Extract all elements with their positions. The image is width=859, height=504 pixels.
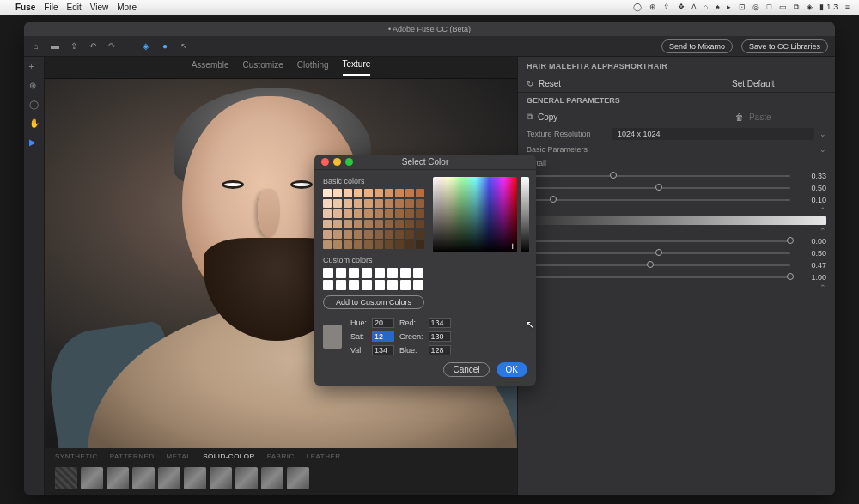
basic-color-swatch[interactable] bbox=[395, 189, 404, 197]
custom-color-slot[interactable] bbox=[362, 268, 372, 278]
custom-color-slot[interactable] bbox=[323, 268, 333, 278]
dialog-titlebar[interactable]: Select Color bbox=[314, 155, 536, 170]
basic-color-swatch[interactable] bbox=[405, 240, 414, 249]
slider-thumb[interactable] bbox=[655, 184, 662, 191]
blue-input[interactable] bbox=[429, 345, 451, 355]
basic-color-swatch[interactable] bbox=[385, 199, 393, 208]
sphere-icon[interactable]: ● bbox=[160, 41, 170, 52]
param-slider[interactable]: 0.50 bbox=[518, 247, 835, 259]
basic-color-swatch[interactable] bbox=[395, 240, 404, 249]
red-input[interactable] bbox=[429, 318, 451, 328]
chevron-up-icon[interactable]: ⌃ bbox=[518, 227, 835, 235]
lightness-slider[interactable] bbox=[521, 177, 529, 252]
basic-color-swatch[interactable] bbox=[375, 240, 383, 249]
basic-color-swatch[interactable] bbox=[354, 199, 362, 208]
menubar-tray[interactable]: ◯ ⊕ ⇪ ❖ ∆ ⌂ ♠ ▸ ⊡ ◎ □ ▭ ⧉ ◈ ▮13 ≡ bbox=[633, 3, 852, 12]
tab-assemble[interactable]: Assemble bbox=[192, 60, 229, 75]
menu-more[interactable]: More bbox=[117, 3, 137, 12]
basic-color-swatch[interactable] bbox=[375, 230, 383, 239]
basic-color-swatch[interactable] bbox=[395, 230, 404, 239]
custom-color-slot[interactable] bbox=[375, 280, 385, 290]
basic-color-swatch[interactable] bbox=[364, 240, 373, 249]
basic-color-swatch[interactable] bbox=[323, 199, 332, 208]
basic-color-swatch[interactable] bbox=[375, 189, 383, 197]
pointer-icon[interactable]: ▶ bbox=[29, 137, 40, 148]
basic-color-swatch[interactable] bbox=[354, 189, 362, 197]
slider-thumb[interactable] bbox=[610, 172, 617, 179]
slider-thumb[interactable] bbox=[787, 237, 794, 244]
move-icon[interactable]: ⊕ bbox=[29, 81, 40, 91]
basic-color-swatch[interactable] bbox=[333, 189, 342, 197]
sat-input[interactable] bbox=[372, 331, 394, 342]
custom-color-slot[interactable] bbox=[387, 268, 398, 278]
basic-color-swatch[interactable] bbox=[323, 209, 332, 218]
custom-color-slot[interactable] bbox=[349, 268, 359, 278]
slider-thumb[interactable] bbox=[647, 261, 654, 268]
close-icon[interactable] bbox=[321, 158, 329, 166]
basic-color-swatch[interactable] bbox=[323, 230, 332, 239]
mtab-leather[interactable]: LEATHER bbox=[307, 452, 341, 460]
color-field[interactable]: + bbox=[433, 177, 517, 252]
chevron-down-icon[interactable]: ⌄ bbox=[814, 130, 826, 138]
basic-color-swatch[interactable] bbox=[354, 209, 362, 218]
basic-color-swatch[interactable] bbox=[323, 189, 332, 197]
basic-color-swatch[interactable] bbox=[385, 209, 393, 218]
param-slider[interactable]: 0.00 bbox=[518, 235, 835, 247]
param-slider[interactable]: 0.33 bbox=[518, 170, 835, 182]
hand-icon[interactable]: ✋ bbox=[29, 118, 40, 129]
mtab-metal[interactable]: METAL bbox=[167, 452, 192, 460]
slider-thumb[interactable] bbox=[787, 273, 794, 280]
param-slider[interactable]: 0.10 bbox=[518, 194, 835, 206]
material-swatch[interactable] bbox=[261, 467, 283, 489]
custom-color-slot[interactable] bbox=[387, 280, 398, 290]
custom-color-slot[interactable] bbox=[413, 268, 423, 278]
layers-icon[interactable]: ◈ bbox=[141, 41, 151, 52]
basic-color-swatch[interactable] bbox=[333, 199, 342, 208]
slider-thumb[interactable] bbox=[550, 196, 557, 203]
basic-color-swatch[interactable] bbox=[344, 230, 352, 239]
set-default-button[interactable]: Set Default bbox=[680, 79, 827, 88]
val-input[interactable] bbox=[372, 345, 394, 355]
custom-color-slot[interactable] bbox=[413, 280, 423, 290]
cancel-button[interactable]: Cancel bbox=[443, 362, 489, 377]
param-slider[interactable]: 0.47 bbox=[518, 259, 835, 271]
basic-color-swatch[interactable] bbox=[395, 220, 404, 228]
mtab-fabric[interactable]: FABRIC bbox=[267, 452, 295, 460]
basic-color-swatch[interactable] bbox=[385, 220, 393, 228]
basic-color-swatch[interactable] bbox=[416, 189, 424, 197]
green-input[interactable] bbox=[429, 331, 451, 342]
chevron-up-icon[interactable]: ⌃ bbox=[518, 283, 835, 292]
custom-color-slot[interactable] bbox=[400, 280, 411, 290]
basic-color-swatch[interactable] bbox=[364, 209, 373, 218]
save-to-cc-button[interactable]: Save to CC Libraries bbox=[741, 39, 828, 53]
material-swatch[interactable] bbox=[210, 467, 232, 489]
paste-button[interactable]: 🗑Paste bbox=[680, 112, 827, 122]
param-slider[interactable]: 0.50 bbox=[518, 182, 835, 194]
copy-button[interactable]: ⧉Copy bbox=[527, 112, 673, 122]
basic-color-swatch[interactable] bbox=[416, 240, 424, 249]
custom-color-slot[interactable] bbox=[349, 280, 359, 290]
basic-color-swatch[interactable] bbox=[405, 199, 414, 208]
slider-thumb[interactable] bbox=[655, 249, 662, 256]
basic-color-swatch[interactable] bbox=[416, 209, 424, 218]
basic-color-swatch[interactable] bbox=[333, 230, 342, 239]
basic-color-swatch[interactable] bbox=[405, 220, 414, 228]
custom-color-slot[interactable] bbox=[336, 280, 346, 290]
tab-clothing[interactable]: Clothing bbox=[297, 60, 329, 75]
basic-color-swatch[interactable] bbox=[405, 230, 414, 239]
save-icon[interactable]: ▬ bbox=[50, 41, 60, 52]
menu-file[interactable]: File bbox=[44, 3, 58, 12]
menu-app[interactable]: Fuse bbox=[15, 3, 35, 12]
minimize-icon[interactable] bbox=[333, 158, 341, 166]
custom-color-slot[interactable] bbox=[400, 268, 411, 278]
hue-input[interactable] bbox=[372, 318, 394, 328]
material-swatch[interactable] bbox=[184, 467, 206, 489]
send-to-mixamo-button[interactable]: Send to Mixamo bbox=[661, 39, 733, 53]
basic-color-swatch[interactable] bbox=[395, 209, 404, 218]
material-swatch[interactable] bbox=[158, 467, 180, 489]
basic-color-swatch[interactable] bbox=[354, 220, 362, 228]
basic-color-swatch[interactable] bbox=[354, 240, 362, 249]
basic-color-swatch[interactable] bbox=[375, 199, 383, 208]
material-swatch[interactable] bbox=[132, 467, 155, 489]
basic-color-swatch[interactable] bbox=[364, 199, 373, 208]
